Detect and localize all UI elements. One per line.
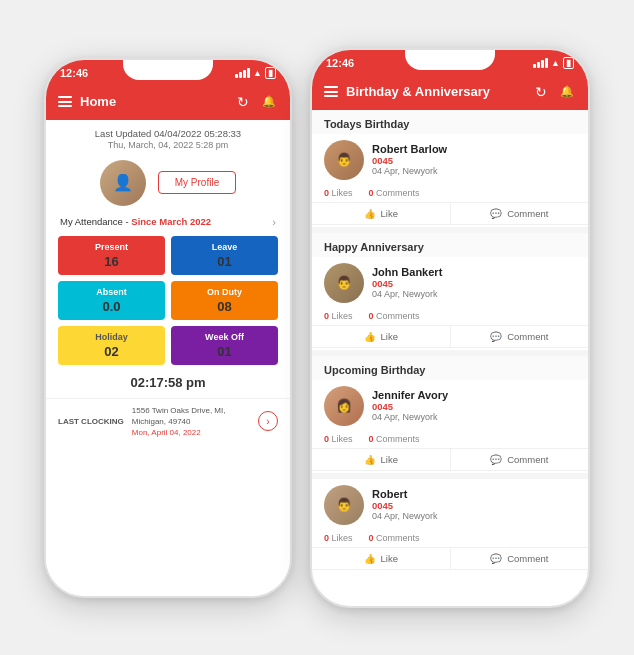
comment-button-1[interactable]: 💬 Comment: [451, 203, 589, 224]
person-row-2: 👨 John Bankert 0045 04 Apr, Newyork: [324, 263, 576, 303]
notch-left: [123, 60, 213, 80]
like-count-2: 0 Likes: [324, 311, 353, 321]
lc-label-block: LAST CLOCKING: [58, 417, 124, 426]
hamburger-menu-right[interactable]: [324, 86, 338, 97]
comment-button-3[interactable]: 💬 Comment: [451, 449, 589, 470]
person-card-robert: 👨 Robert 0045 04 Apr, Newyork: [312, 479, 588, 531]
like-button-2[interactable]: 👍 Like: [312, 326, 451, 347]
comment-count-2: 0 Comments: [369, 311, 420, 321]
section-upcoming-birthday-title: Upcoming Birthday: [312, 356, 588, 380]
signal-icon-right: [533, 58, 548, 68]
like-bar-3: 0 Likes 0 Comments: [312, 432, 588, 448]
person-card-jennifer-avory: 👩 Jennifer Avory 0045 04 Apr, Newyork: [312, 380, 588, 432]
phone-left: 12:46 ▲ ▮ Home ↻ 🔔: [44, 58, 292, 598]
section-todays-birthday-title: Todays Birthday: [312, 110, 588, 134]
last-clocking-section: LAST CLOCKING 1556 Twin Oaks Drive, MI, …: [46, 398, 290, 445]
like-bar-4: 0 Likes 0 Comments: [312, 531, 588, 547]
comment-bubble-icon-4: 💬: [490, 553, 502, 564]
chevron-right-icon[interactable]: ›: [272, 216, 276, 228]
hamburger-menu-left[interactable]: [58, 96, 72, 107]
notch-right: [405, 50, 495, 70]
like-button-1[interactable]: 👍 Like: [312, 203, 451, 224]
time-right: 12:46: [326, 57, 354, 69]
nav-title-right: Birthday & Anniversary: [346, 84, 524, 99]
comment-bubble-icon-3: 💬: [490, 454, 502, 465]
attendance-header: My Attendance - Since March 2022 ›: [46, 212, 290, 232]
person-name-3: Jennifer Avory: [372, 389, 576, 401]
comment-button-4[interactable]: 💬 Comment: [451, 548, 589, 569]
stat-onduty: On Duty 08: [171, 281, 278, 320]
like-count-3: 0 Likes: [324, 434, 353, 444]
person-info-2: John Bankert 0045 04 Apr, Newyork: [372, 266, 576, 299]
person-info-3: Jennifer Avory 0045 04 Apr, Newyork: [372, 389, 576, 422]
profile-section: 👤 My Profile: [46, 154, 290, 212]
comment-button-2[interactable]: 💬 Comment: [451, 326, 589, 347]
person-id-3: 0045: [372, 401, 576, 412]
action-bar-3: 👍 Like 💬 Comment: [312, 448, 588, 471]
lc-arrow-button[interactable]: ›: [258, 411, 278, 431]
date-line: Thu, March, 04, 2022 5:28 pm: [58, 140, 278, 150]
stats-grid: Present 16 Leave 01 Absent 0.0 On Duty 0…: [46, 232, 290, 369]
comment-bubble-icon-2: 💬: [490, 331, 502, 342]
person-name-2: John Bankert: [372, 266, 576, 278]
scene: 12:46 ▲ ▮ Home ↻ 🔔: [0, 0, 634, 655]
action-bar-4: 👍 Like 💬 Comment: [312, 547, 588, 570]
avatar-jennifer-avory: 👩: [324, 386, 364, 426]
comment-bubble-icon-1: 💬: [490, 208, 502, 219]
like-thumb-icon-2: 👍: [364, 331, 376, 342]
action-bar-1: 👍 Like 💬 Comment: [312, 202, 588, 225]
like-bar-2: 0 Likes 0 Comments: [312, 309, 588, 325]
lc-label: LAST CLOCKING: [58, 417, 124, 426]
person-location-1: 04 Apr, Newyork: [372, 166, 576, 176]
right-scroll-content[interactable]: Todays Birthday 👨 Robert Barlow 0045 04 …: [312, 110, 588, 606]
like-bar-1: 0 Likes 0 Comments: [312, 186, 588, 202]
like-thumb-icon-3: 👍: [364, 454, 376, 465]
person-id-1: 0045: [372, 155, 576, 166]
person-location-2: 04 Apr, Newyork: [372, 289, 576, 299]
avatar-face: 👤: [100, 160, 146, 206]
person-info-4: Robert 0045 04 Apr, Newyork: [372, 488, 576, 521]
lc-address: 1556 Twin Oaks Drive, MI, Michigan, 4974…: [132, 405, 250, 439]
status-icons-right: ▲ ▮: [533, 57, 574, 69]
person-info-1: Robert Barlow 0045 04 Apr, Newyork: [372, 143, 576, 176]
time-left: 12:46: [60, 67, 88, 79]
stat-holiday: Holiday 02: [58, 326, 165, 365]
person-card-john-bankert: 👨 John Bankert 0045 04 Apr, Newyork: [312, 257, 588, 309]
like-button-4[interactable]: 👍 Like: [312, 548, 451, 569]
avatar-robert-barlow: 👨: [324, 140, 364, 180]
bell-icon-left[interactable]: 🔔: [260, 93, 278, 111]
my-profile-button[interactable]: My Profile: [158, 171, 236, 194]
person-row-3: 👩 Jennifer Avory 0045 04 Apr, Newyork: [324, 386, 576, 426]
like-button-3[interactable]: 👍 Like: [312, 449, 451, 470]
last-updated-text: Last Updated 04/04/2022 05:28:33: [58, 128, 278, 139]
stat-leave: Leave 01: [171, 236, 278, 275]
top-nav-left: Home ↻ 🔔: [46, 84, 290, 120]
avatar-main: 👤: [100, 160, 146, 206]
comment-count-3: 0 Comments: [369, 434, 420, 444]
stat-present: Present 16: [58, 236, 165, 275]
person-name-1: Robert Barlow: [372, 143, 576, 155]
status-icons-left: ▲ ▮: [235, 67, 276, 79]
refresh-icon-right[interactable]: ↻: [532, 83, 550, 101]
person-id-4: 0045: [372, 500, 576, 511]
wifi-icon-right: ▲: [551, 58, 560, 68]
refresh-icon-left[interactable]: ↻: [234, 93, 252, 111]
like-thumb-icon-1: 👍: [364, 208, 376, 219]
person-name-4: Robert: [372, 488, 576, 500]
bell-icon-right[interactable]: 🔔: [558, 83, 576, 101]
phone-right: 12:46 ▲ ▮ Birthday & Anniversary ↻ 🔔: [310, 48, 590, 608]
attendance-label: My Attendance - Since March 2022: [60, 216, 211, 227]
person-row-1: 👨 Robert Barlow 0045 04 Apr, Newyork: [324, 140, 576, 180]
nav-title-left: Home: [80, 94, 226, 109]
like-count-4: 0 Likes: [324, 533, 353, 543]
update-bar: Last Updated 04/04/2022 05:28:33 Thu, Ma…: [46, 120, 290, 154]
comment-count-1: 0 Comments: [369, 188, 420, 198]
avatar-john-bankert: 👨: [324, 263, 364, 303]
since-text: Since March 2022: [131, 216, 211, 227]
comment-count-4: 0 Comments: [369, 533, 420, 543]
signal-icon: [235, 68, 250, 78]
wifi-icon: ▲: [253, 68, 262, 78]
phone-left-body: Last Updated 04/04/2022 05:28:33 Thu, Ma…: [46, 120, 290, 596]
like-count-1: 0 Likes: [324, 188, 353, 198]
clock-display: 02:17:58 pm: [46, 369, 290, 394]
